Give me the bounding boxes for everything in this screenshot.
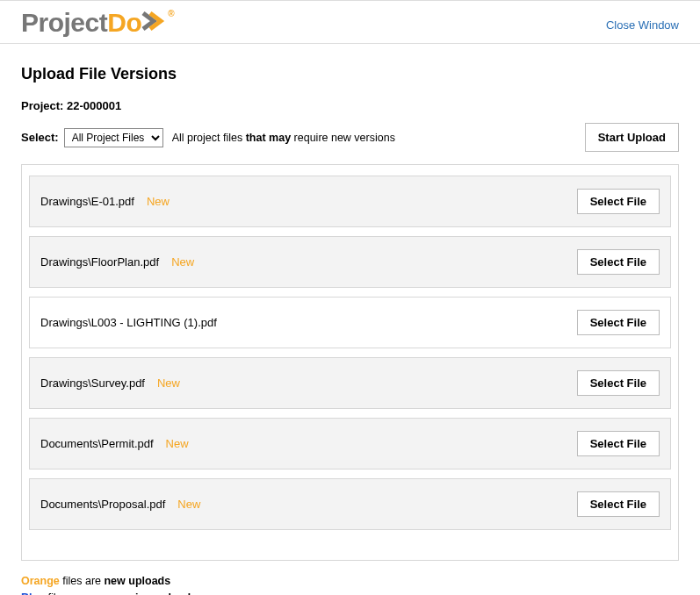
file-row: Drawings\L003 - LIGHTING (1).pdf Select … xyxy=(29,297,671,348)
logo-x-icon xyxy=(141,11,166,32)
new-badge: New xyxy=(177,498,200,511)
logo-text-2: Do xyxy=(107,8,141,37)
start-upload-button[interactable]: Start Upload xyxy=(585,123,679,152)
new-badge: New xyxy=(157,376,180,390)
app-logo: ProjectDo® xyxy=(21,10,174,36)
file-row: Drawings\E-01.pdf New Select File xyxy=(29,176,671,227)
file-row-left: Drawings\FloorPlan.pdf New xyxy=(40,255,194,269)
legend-line-blue: Blue files are new version uploads xyxy=(21,590,679,595)
file-name: Documents\Permit.pdf xyxy=(40,437,154,450)
new-badge: New xyxy=(171,255,194,269)
main-content: Upload File Versions Project: 22-000001 … xyxy=(0,44,700,595)
file-row-left: Drawings\E-01.pdf New xyxy=(40,195,170,208)
file-row: Drawings\FloorPlan.pdf New Select File xyxy=(29,236,671,288)
select-file-button[interactable]: Select File xyxy=(577,431,660,456)
select-file-button[interactable]: Select File xyxy=(577,189,660,214)
select-file-button[interactable]: Select File xyxy=(577,249,660,275)
select-label: Select: xyxy=(21,131,59,144)
file-name: Drawings\FloorPlan.pdf xyxy=(40,255,159,269)
logo-text-1: Project xyxy=(21,8,107,37)
page-title: Upload File Versions xyxy=(21,65,679,83)
file-row: Documents\Proposal.pdf New Select File xyxy=(29,478,671,530)
file-list-panel: Drawings\E-01.pdf New Select File Drawin… xyxy=(21,164,679,561)
file-row-left: Documents\Permit.pdf New xyxy=(40,437,189,450)
select-file-button[interactable]: Select File xyxy=(577,370,660,396)
file-row: Documents\Permit.pdf New Select File xyxy=(29,418,671,470)
file-row-left: Drawings\Survey.pdf New xyxy=(40,376,180,390)
file-name: Drawings\E-01.pdf xyxy=(40,195,134,208)
logo-registered: ® xyxy=(168,9,174,18)
file-row: Drawings\Survey.pdf New Select File xyxy=(29,357,671,409)
select-file-button[interactable]: Select File xyxy=(577,491,660,517)
file-name: Drawings\L003 - LIGHTING (1).pdf xyxy=(40,316,217,329)
legend: Orange files are new uploads Blue files … xyxy=(21,573,679,595)
file-name: Documents\Proposal.pdf xyxy=(40,498,165,511)
select-file-button[interactable]: Select File xyxy=(577,310,660,335)
legend-line-orange: Orange files are new uploads xyxy=(21,573,679,590)
file-row-left: Documents\Proposal.pdf New xyxy=(40,498,200,511)
filter-hint: All project files that may require new v… xyxy=(172,132,395,144)
close-window-link[interactable]: Close Window xyxy=(606,18,679,32)
file-filter-dropdown[interactable]: All Project Files xyxy=(64,128,163,147)
header-bar: ProjectDo® Close Window xyxy=(0,0,700,44)
project-label: Project: xyxy=(21,99,67,112)
file-name: Drawings\Survey.pdf xyxy=(40,376,145,390)
controls-left: Select: All Project Files All project fi… xyxy=(21,128,395,147)
project-value: 22-000001 xyxy=(67,99,121,112)
controls-row: Select: All Project Files All project fi… xyxy=(21,123,679,152)
file-row-left: Drawings\L003 - LIGHTING (1).pdf xyxy=(40,316,217,329)
project-line: Project: 22-000001 xyxy=(21,99,679,112)
new-badge: New xyxy=(147,195,170,208)
new-badge: New xyxy=(166,437,189,450)
